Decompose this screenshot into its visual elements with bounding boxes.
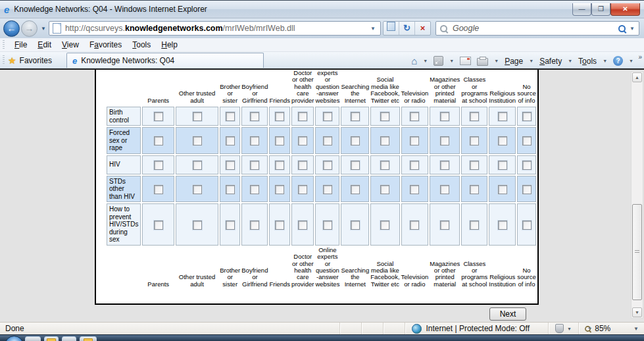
stop-button[interactable]: ×: [415, 22, 430, 35]
print-dropdown-icon[interactable]: ▼: [494, 59, 499, 63]
checkbox-r0-c4[interactable]: [275, 112, 284, 121]
checkbox-r1-c6[interactable]: [323, 136, 332, 145]
smartscreen-dropdown-icon[interactable]: ▼: [567, 327, 572, 331]
checkbox-r1-c7[interactable]: [351, 136, 360, 145]
start-orb-icon[interactable]: [5, 336, 24, 341]
forward-button[interactable]: →: [21, 20, 37, 37]
checkbox-r2-c0[interactable]: [154, 161, 163, 170]
checkbox-r0-c0[interactable]: [154, 112, 163, 121]
back-button[interactable]: ←: [3, 20, 20, 37]
commandbar-menu-page[interactable]: Page: [505, 57, 523, 66]
checkbox-r1-c5[interactable]: [298, 136, 307, 145]
checkbox-r0-c13[interactable]: [522, 112, 532, 121]
checkbox-r0-c9[interactable]: [410, 112, 419, 121]
menu-view[interactable]: View: [57, 39, 84, 51]
next-button[interactable]: Next: [489, 307, 526, 321]
checkbox-r0-c12[interactable]: [498, 112, 507, 121]
search-box[interactable]: Google ▼: [435, 21, 639, 36]
favorites-button[interactable]: ★ Favorites: [0, 56, 59, 68]
checkbox-r3-c2[interactable]: [226, 185, 235, 194]
checkbox-r0-c3[interactable]: [250, 112, 259, 121]
rss-feed-icon[interactable]: [433, 56, 443, 66]
checkbox-r2-c10[interactable]: [440, 161, 449, 170]
checkbox-r0-c2[interactable]: [226, 112, 235, 121]
checkbox-r4-c10[interactable]: [440, 221, 449, 230]
rss-dropdown-icon[interactable]: ▼: [449, 59, 454, 63]
checkbox-r0-c7[interactable]: [351, 112, 360, 121]
scrollbar-thumb[interactable]: [632, 204, 642, 300]
home-icon[interactable]: ⌂: [411, 56, 417, 66]
checkbox-r2-c12[interactable]: [498, 161, 507, 170]
checkbox-r2-c7[interactable]: [351, 161, 360, 170]
recent-pages-dropdown-icon[interactable]: ▼: [41, 26, 46, 32]
menu-favorites[interactable]: Favorites: [84, 39, 127, 51]
checkbox-r1-c8[interactable]: [380, 136, 389, 145]
checkbox-r1-c3[interactable]: [250, 136, 259, 145]
checkbox-r4-c7[interactable]: [351, 221, 360, 230]
checkbox-r4-c0[interactable]: [154, 221, 163, 230]
checkbox-r0-c6[interactable]: [323, 112, 332, 121]
checkbox-r1-c10[interactable]: [440, 136, 449, 145]
checkbox-r4-c3[interactable]: [250, 221, 259, 230]
checkbox-r3-c12[interactable]: [498, 185, 507, 194]
url-text[interactable]: http://qcsurveys.knowledgenetworks.com/m…: [65, 24, 369, 33]
restore-button[interactable]: ❐: [591, 3, 610, 16]
taskbar-button[interactable]: [62, 336, 76, 341]
minimize-button[interactable]: —: [572, 3, 591, 16]
checkbox-r2-c13[interactable]: [522, 161, 532, 170]
checkbox-r3-c4[interactable]: [275, 185, 284, 194]
search-go-icon[interactable]: [618, 25, 626, 32]
close-button[interactable]: ✕: [610, 3, 640, 16]
checkbox-r2-c8[interactable]: [380, 161, 389, 170]
checkbox-r2-c2[interactable]: [226, 161, 235, 170]
checkbox-r4-c13[interactable]: [522, 221, 532, 230]
checkbox-r2-c9[interactable]: [410, 161, 419, 170]
checkbox-r2-c4[interactable]: [275, 161, 284, 170]
checkbox-r3-c11[interactable]: [470, 185, 479, 194]
checkbox-r4-c8[interactable]: [380, 221, 389, 230]
refresh-button[interactable]: ↻: [399, 22, 415, 35]
checkbox-r3-c8[interactable]: [380, 185, 389, 194]
checkbox-r4-c1[interactable]: [193, 221, 202, 230]
menu-help[interactable]: Help: [156, 39, 183, 51]
checkbox-r3-c5[interactable]: [298, 185, 307, 194]
checkbox-r0-c10[interactable]: [440, 112, 449, 121]
taskbar-button[interactable]: [44, 336, 59, 341]
commandbar-menu-tools[interactable]: Tools: [578, 57, 597, 66]
checkbox-r3-c13[interactable]: [522, 185, 532, 194]
checkbox-r4-c9[interactable]: [410, 221, 419, 230]
smartscreen-segment[interactable]: ▼: [548, 323, 578, 334]
menu-file[interactable]: File: [9, 39, 32, 51]
commandbar-menu-safety[interactable]: Safety: [539, 57, 562, 66]
taskbar-button[interactable]: [25, 336, 41, 341]
read-mail-icon[interactable]: [460, 57, 471, 65]
checkbox-r2-c3[interactable]: [250, 161, 259, 170]
checkbox-r3-c10[interactable]: [440, 185, 449, 194]
print-icon[interactable]: [477, 58, 488, 66]
checkbox-r1-c12[interactable]: [498, 136, 507, 145]
scroll-up-icon[interactable]: ▲: [632, 72, 642, 82]
checkbox-r2-c5[interactable]: [298, 161, 307, 170]
vertical-scrollbar[interactable]: ▲ ▼: [631, 71, 643, 319]
checkbox-r1-c0[interactable]: [154, 136, 163, 145]
checkbox-r3-c1[interactable]: [193, 185, 202, 194]
help-icon[interactable]: ?: [613, 56, 623, 66]
menu-tools[interactable]: Tools: [127, 39, 156, 51]
help-dropdown-icon[interactable]: ▼: [629, 59, 633, 63]
checkbox-r3-c0[interactable]: [154, 185, 163, 194]
zoom-dropdown-icon[interactable]: ▼: [633, 326, 639, 332]
checkbox-r3-c9[interactable]: [410, 185, 419, 194]
page-dropdown-icon[interactable]: ▼: [529, 59, 533, 63]
toolbar-overflow-icon[interactable]: »: [638, 53, 642, 61]
compatibility-view-button[interactable]: [384, 22, 399, 35]
checkbox-r0-c5[interactable]: [298, 112, 307, 121]
tab-knowledge-networks[interactable]: e Knowledge Networks: Q04: [66, 53, 264, 68]
address-bar[interactable]: http://qcsurveys.knowledgenetworks.com/m…: [49, 21, 381, 36]
checkbox-r1-c4[interactable]: [275, 136, 284, 145]
checkbox-r0-c1[interactable]: [193, 112, 202, 121]
checkbox-r1-c13[interactable]: [522, 136, 532, 145]
checkbox-r0-c11[interactable]: [470, 112, 479, 121]
search-dropdown-icon[interactable]: ▼: [630, 26, 635, 32]
tools-dropdown-icon[interactable]: ▼: [603, 59, 607, 63]
checkbox-r4-c2[interactable]: [226, 221, 235, 230]
